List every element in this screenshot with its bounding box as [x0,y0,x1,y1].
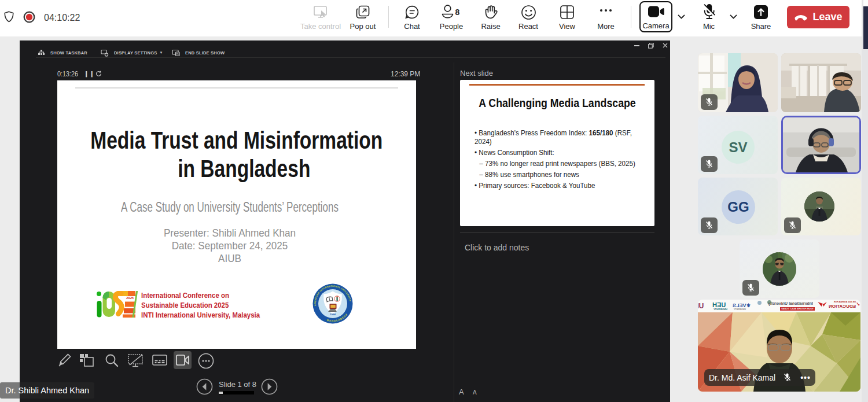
svg-text:1994: 1994 [330,313,336,316]
svg-text:2025: 2025 [126,297,134,300]
svg-text:8: 8 [455,8,460,17]
